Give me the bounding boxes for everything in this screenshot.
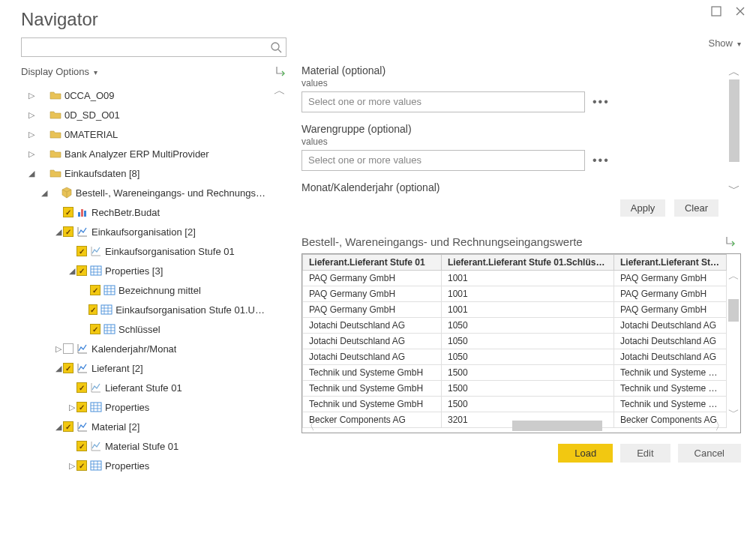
tree-node[interactable]: Schlüssel xyxy=(21,319,270,339)
expander-icon[interactable]: ◢ xyxy=(40,188,49,198)
multiselect-input[interactable]: Select one or more values xyxy=(302,150,585,171)
tree-node[interactable]: ◢Einkaufsorganisation [2] xyxy=(21,222,270,241)
cancel-button[interactable]: Cancel xyxy=(678,444,741,463)
table-row[interactable]: Technik und Systeme GmbH1500Technik und … xyxy=(303,381,727,397)
tree-node[interactable]: ◢Einkaufsdaten [8] xyxy=(21,163,270,183)
more-options-icon[interactable]: ••• xyxy=(592,154,610,167)
checkbox-icon[interactable] xyxy=(63,207,74,217)
expander-icon[interactable]: ▷ xyxy=(54,344,63,354)
tree-node[interactable]: ▷0MATERIAL xyxy=(21,124,270,144)
expander-icon[interactable]: ◢ xyxy=(54,422,63,432)
tree-node[interactable]: ▷0D_SD_O01 xyxy=(21,105,270,124)
param-title: Material (optional) xyxy=(302,64,718,76)
tree-node[interactable]: ▷Properties xyxy=(21,456,270,475)
checkbox-icon[interactable] xyxy=(76,402,87,412)
load-button[interactable]: Load xyxy=(558,444,613,463)
checkbox-icon[interactable] xyxy=(63,343,74,354)
checkbox-icon[interactable] xyxy=(63,363,74,373)
table-row[interactable]: Technik und Systeme GmbH1500Technik und … xyxy=(303,397,727,412)
table-row[interactable]: Technik und Systeme GmbH1500Technik und … xyxy=(303,365,727,381)
preview-scrollbar-horizontal[interactable]: 〈 〉 xyxy=(302,419,727,433)
table-row[interactable]: PAQ Germany GmbH1001PAQ Germany GmbH xyxy=(303,302,727,318)
window-restore-icon[interactable] xyxy=(711,6,722,16)
table-row[interactable]: PAQ Germany GmbH1001PAQ Germany GmbH xyxy=(303,286,727,302)
tree-node[interactable]: ▷Bank Analyzer ERP MultiProvider xyxy=(21,144,270,163)
show-dropdown[interactable]: Show xyxy=(708,37,741,49)
scroll-left-icon[interactable]: 〈 xyxy=(302,419,316,433)
tree-node[interactable]: RechBetr.Budat xyxy=(21,202,270,222)
tree-node[interactable]: Lieferant Stufe 01 xyxy=(21,378,270,397)
navigator-tree[interactable]: ▷0CCA_O09▷0D_SD_O01▷0MATERIAL▷Bank Analy… xyxy=(21,84,286,520)
table-cell: PAQ Germany GmbH xyxy=(303,271,442,286)
scroll-right-icon[interactable]: 〉 xyxy=(713,419,727,433)
search-icon[interactable] xyxy=(270,41,282,53)
expander-icon[interactable]: ▷ xyxy=(68,461,76,471)
display-options-button[interactable]: Display Options xyxy=(21,66,98,77)
expander-icon[interactable]: ▷ xyxy=(27,91,36,100)
expander-icon[interactable]: ▷ xyxy=(27,110,36,120)
checkbox-icon[interactable] xyxy=(76,246,87,256)
chartsm-icon xyxy=(90,440,102,452)
svg-rect-7 xyxy=(101,305,112,314)
table-icon xyxy=(90,265,102,277)
table-row[interactable]: PAQ Germany GmbH1001PAQ Germany GmbH xyxy=(303,271,727,286)
clear-button[interactable]: Clear xyxy=(674,199,718,217)
scroll-up-icon[interactable]: ︿ xyxy=(274,84,286,97)
checkbox-icon[interactable] xyxy=(76,265,87,276)
tree-node[interactable]: Bezeichnung mittel xyxy=(21,280,270,300)
tree-node[interactable]: ▷Properties xyxy=(21,397,270,417)
table-icon xyxy=(104,284,116,296)
tree-node[interactable]: ▷Kalenderjahr/Monat xyxy=(21,339,270,358)
tree-node[interactable]: Einkaufsorganisation Stufe 01.UniqueNa..… xyxy=(21,300,270,319)
tree-node-label: Properties xyxy=(105,402,149,413)
table-header[interactable]: Lieferant.Lieferant Stufe 01 xyxy=(303,255,442,271)
checkbox-icon[interactable] xyxy=(90,285,100,295)
checkbox-icon[interactable] xyxy=(63,226,74,237)
checkbox-icon[interactable] xyxy=(76,382,87,393)
tree-node[interactable]: ▷0CCA_O09 xyxy=(21,85,270,105)
checkbox-icon[interactable] xyxy=(88,304,98,315)
chevron-down-icon xyxy=(736,37,741,49)
scroll-up-icon[interactable]: ︿ xyxy=(728,269,740,283)
preview-scrollbar-vertical[interactable]: ︿ ﹀ xyxy=(727,269,740,419)
edit-button[interactable]: Edit xyxy=(620,444,670,463)
tree-node[interactable]: ◢Lieferant [2] xyxy=(21,358,270,378)
search-input[interactable] xyxy=(21,37,286,57)
checkbox-icon[interactable] xyxy=(76,460,87,471)
checkbox-icon[interactable] xyxy=(76,441,87,451)
tree-node[interactable]: ◢Bestell-, Wareneingangs- und Rechnungse… xyxy=(21,183,270,202)
table-header[interactable]: Lieferant.Lieferant Stufe 01. xyxy=(614,255,727,271)
expander-icon[interactable]: ▷ xyxy=(68,403,76,412)
more-options-icon[interactable]: ••• xyxy=(592,95,610,109)
table-row[interactable]: Jotachi Deutschland AG1050Jotachi Deutsc… xyxy=(303,334,727,349)
expander-icon[interactable]: ▷ xyxy=(27,149,36,159)
checkbox-icon[interactable] xyxy=(63,421,74,432)
table-row[interactable]: Jotachi Deutschland AG1050Jotachi Deutsc… xyxy=(303,349,727,365)
tree-node[interactable]: Material Stufe 01 xyxy=(21,436,270,456)
expander-icon[interactable]: ◢ xyxy=(54,364,63,373)
expander-icon[interactable]: ◢ xyxy=(68,266,76,276)
tree-node[interactable]: Einkaufsorganisation Stufe 01 xyxy=(21,241,270,261)
scrollbar-thumb[interactable] xyxy=(512,421,602,431)
preview-refresh-icon[interactable] xyxy=(724,235,736,249)
tree-scrollbar-vertical[interactable]: ︿ xyxy=(273,84,286,520)
apply-button[interactable]: Apply xyxy=(620,199,666,217)
expander-icon[interactable]: ◢ xyxy=(27,169,36,178)
table-row[interactable]: Jotachi Deutschland AG1050Jotachi Deutsc… xyxy=(303,318,727,334)
scroll-down-icon[interactable]: ﹀ xyxy=(728,181,740,195)
window-close-icon[interactable] xyxy=(735,6,746,16)
checkbox-icon[interactable] xyxy=(90,324,100,334)
tree-node-label: Bank Analyzer ERP MultiProvider xyxy=(64,148,209,160)
scrollbar-thumb[interactable] xyxy=(729,79,740,162)
form-scrollbar-vertical[interactable]: ︿ ﹀ xyxy=(728,64,741,195)
scrollbar-thumb[interactable] xyxy=(728,299,739,322)
expander-icon[interactable]: ◢ xyxy=(54,227,63,237)
refresh-icon[interactable] xyxy=(274,64,286,79)
multiselect-input[interactable]: Select one or more values xyxy=(302,91,585,112)
scroll-up-icon[interactable]: ︿ xyxy=(728,64,740,78)
tree-node[interactable]: ◢Material [2] xyxy=(21,417,270,436)
expander-icon[interactable]: ▷ xyxy=(27,130,36,139)
scroll-down-icon[interactable]: ﹀ xyxy=(728,406,740,419)
table-header[interactable]: Lieferant.Lieferant Stufe 01.Schlüssel xyxy=(442,255,614,271)
tree-node[interactable]: ◢Properties [3] xyxy=(21,261,270,280)
